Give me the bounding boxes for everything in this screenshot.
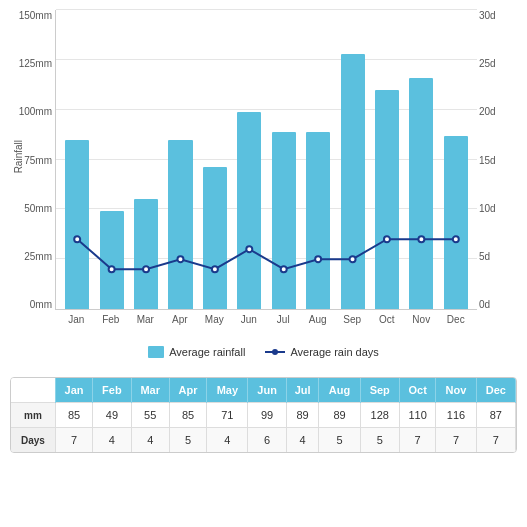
x-label: Mar bbox=[128, 310, 163, 330]
table-cell: 71 bbox=[207, 403, 248, 428]
table-cell: 116 bbox=[436, 403, 476, 428]
data-table: JanFebMarAprMayJunJulAugSepOctNovDecmm85… bbox=[10, 377, 517, 453]
table-header: Apr bbox=[169, 378, 206, 403]
bar-group bbox=[232, 10, 266, 309]
y-axis-left: 0mm25mm50mm75mm100mm125mm150mm bbox=[10, 10, 52, 310]
table-header: Aug bbox=[319, 378, 360, 403]
legend-rainfall-label: Average rainfall bbox=[169, 346, 245, 358]
legend-raindays-label: Average rain days bbox=[290, 346, 378, 358]
y-left-tick: 25mm bbox=[10, 251, 52, 262]
legend-raindays: Average rain days bbox=[265, 346, 378, 358]
bar bbox=[65, 140, 89, 309]
x-label: Aug bbox=[301, 310, 336, 330]
chart-area: Rainfall 0mm25mm50mm75mm100mm125mm150mm … bbox=[55, 10, 477, 340]
bar bbox=[237, 112, 261, 309]
x-label: Dec bbox=[439, 310, 474, 330]
bar-group bbox=[370, 10, 404, 309]
table-cell: 110 bbox=[399, 403, 435, 428]
table-cell: 5 bbox=[360, 428, 399, 453]
table-cell: 87 bbox=[476, 403, 515, 428]
table-cell: 7 bbox=[476, 428, 515, 453]
y-left-tick: 100mm bbox=[10, 106, 52, 117]
bar bbox=[341, 54, 365, 309]
y-left-tick: 50mm bbox=[10, 203, 52, 214]
y-axis-right: 0d5d10d15d20d25d30d bbox=[479, 10, 517, 310]
y-right-tick: 0d bbox=[479, 299, 517, 310]
table-cell: 4 bbox=[131, 428, 169, 453]
bar-group bbox=[198, 10, 232, 309]
y-left-tick: 150mm bbox=[10, 10, 52, 21]
bar-group bbox=[163, 10, 197, 309]
bar bbox=[203, 167, 227, 309]
bars-and-line bbox=[55, 10, 477, 310]
table-cell: 89 bbox=[286, 403, 319, 428]
y-right-tick: 15d bbox=[479, 155, 517, 166]
y-right-tick: 30d bbox=[479, 10, 517, 21]
table-cell: 7 bbox=[436, 428, 476, 453]
legend: Average rainfall Average rain days bbox=[10, 346, 517, 358]
table-cell: 4 bbox=[286, 428, 319, 453]
bar bbox=[168, 140, 192, 309]
table-cell: 7 bbox=[55, 428, 92, 453]
table-header: Sep bbox=[360, 378, 399, 403]
x-label: Nov bbox=[404, 310, 439, 330]
table-cell: 89 bbox=[319, 403, 360, 428]
x-label: Jan bbox=[59, 310, 94, 330]
table-cell: 4 bbox=[207, 428, 248, 453]
chart-container: Rainfall 0mm25mm50mm75mm100mm125mm150mm … bbox=[0, 0, 527, 369]
y-right-tick: 25d bbox=[479, 58, 517, 69]
y-left-tick: 0mm bbox=[10, 299, 52, 310]
y-right-tick: 5d bbox=[479, 251, 517, 262]
table-header: Jul bbox=[286, 378, 319, 403]
bar-group bbox=[129, 10, 163, 309]
x-label: Jul bbox=[266, 310, 301, 330]
table-cell: 4 bbox=[93, 428, 131, 453]
legend-rainfall: Average rainfall bbox=[148, 346, 245, 358]
y-right-tick: 10d bbox=[479, 203, 517, 214]
bar bbox=[272, 132, 296, 309]
bar bbox=[306, 132, 330, 309]
table-header: Jun bbox=[248, 378, 286, 403]
bar bbox=[409, 78, 433, 309]
legend-bar-icon bbox=[148, 346, 164, 358]
table-header: Dec bbox=[476, 378, 515, 403]
table-row-label: mm bbox=[11, 403, 55, 428]
table-header: May bbox=[207, 378, 248, 403]
x-label: Feb bbox=[94, 310, 129, 330]
table-cell: 5 bbox=[319, 428, 360, 453]
table-header bbox=[11, 378, 55, 403]
y-right-tick: 20d bbox=[479, 106, 517, 117]
table-row-label: Days bbox=[11, 428, 55, 453]
x-label: Apr bbox=[163, 310, 198, 330]
table-cell: 85 bbox=[169, 403, 206, 428]
x-label: Jun bbox=[232, 310, 267, 330]
table-header: Oct bbox=[399, 378, 435, 403]
x-label: Oct bbox=[370, 310, 405, 330]
table-cell: 99 bbox=[248, 403, 286, 428]
bar-group bbox=[94, 10, 128, 309]
table-cell: 49 bbox=[93, 403, 131, 428]
bar-group bbox=[267, 10, 301, 309]
bar-group bbox=[439, 10, 473, 309]
bar bbox=[134, 199, 158, 309]
bar-group bbox=[335, 10, 369, 309]
bar-group bbox=[301, 10, 335, 309]
legend-line-icon bbox=[265, 351, 285, 353]
y-left-tick: 125mm bbox=[10, 58, 52, 69]
table-cell: 5 bbox=[169, 428, 206, 453]
bar bbox=[375, 90, 399, 309]
bar-group bbox=[60, 10, 94, 309]
table-cell: 85 bbox=[55, 403, 92, 428]
bar bbox=[100, 211, 124, 309]
table-cell: 55 bbox=[131, 403, 169, 428]
table-header: Feb bbox=[93, 378, 131, 403]
table-cell: 128 bbox=[360, 403, 399, 428]
table-header: Nov bbox=[436, 378, 476, 403]
table-cell: 7 bbox=[399, 428, 435, 453]
x-label: May bbox=[197, 310, 232, 330]
x-label: Sep bbox=[335, 310, 370, 330]
table-cell: 6 bbox=[248, 428, 286, 453]
y-left-tick: 75mm bbox=[10, 155, 52, 166]
table-header: Mar bbox=[131, 378, 169, 403]
table-header: Jan bbox=[55, 378, 92, 403]
